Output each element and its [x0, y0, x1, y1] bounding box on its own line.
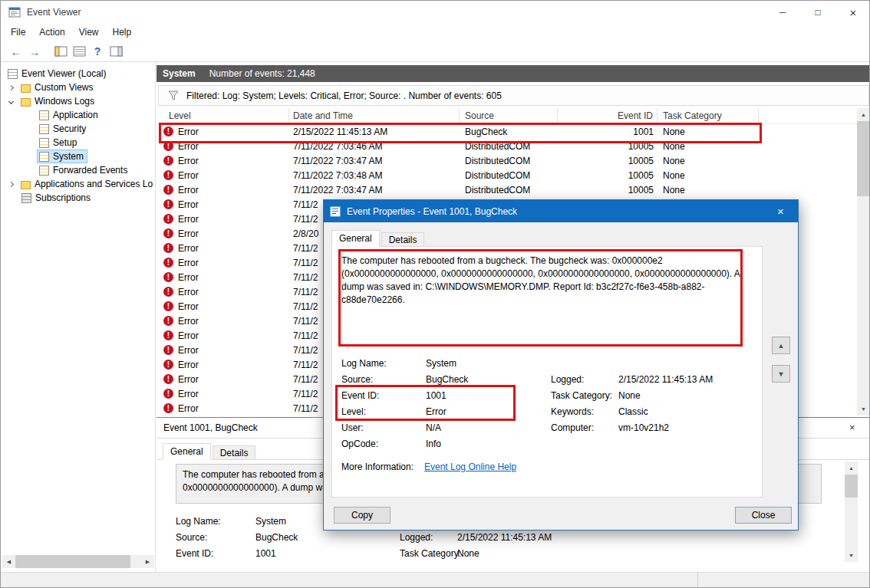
level-cell: !Error [158, 287, 289, 297]
level-cell: !Error [158, 214, 289, 225]
log-name-label: Log Name: [341, 358, 387, 369]
table-row[interactable]: !Error7/11/2022 7:03:47 AMDistributedCOM… [158, 153, 857, 168]
task-category-value: None [618, 390, 641, 401]
sidebar-item-applications-and-services-lo[interactable]: Applications and Services Lo [1, 177, 155, 191]
maximize-button[interactable]: □ [800, 1, 835, 24]
sidebar-item-label: Setup [53, 137, 77, 148]
copy-button[interactable]: Copy [334, 507, 391, 524]
dialog-tabs: General Details [331, 229, 426, 247]
scrollbar-thumb[interactable] [15, 555, 130, 568]
sidebar-item-system[interactable]: System [1, 149, 155, 163]
chevron-right-icon[interactable] [8, 84, 14, 90]
level-cell: !Error [158, 258, 289, 268]
close-button[interactable]: × [835, 1, 870, 24]
table-header: Level Date and Time Source Event ID Task… [158, 108, 857, 124]
scroll-down-icon[interactable]: ▼ [857, 402, 870, 416]
event-log-online-help-link[interactable]: Event Log Online Help [424, 462, 516, 472]
app-icon [8, 6, 21, 18]
menu-file[interactable]: File [4, 24, 32, 41]
column-source[interactable]: Source [460, 108, 558, 124]
table-row[interactable]: !Error7/11/2022 7:03:46 AMDistributedCOM… [158, 139, 857, 153]
scroll-down-icon[interactable]: ▼ [845, 549, 858, 562]
sidebar-item-security[interactable]: Security [1, 122, 155, 136]
source-cell: BugCheck [460, 126, 558, 137]
toolbar: ← → ? [1, 41, 870, 62]
log-name-title: System [163, 68, 196, 79]
forward-icon[interactable]: → [25, 42, 44, 61]
level-cell: !Error [158, 170, 289, 181]
column-date-and-time[interactable]: Date and Time [289, 108, 460, 124]
preview-event-id-value: 1001 [255, 548, 276, 559]
dialog-close-icon[interactable]: × [763, 200, 798, 222]
scroll-up-icon[interactable]: ▲ [845, 462, 858, 475]
results-header: System Number of events: 21,448 [157, 65, 870, 82]
menu-view[interactable]: View [72, 24, 106, 41]
column-level[interactable]: Level [158, 108, 289, 124]
column-task-category[interactable]: Task Category [657, 108, 759, 124]
dialog-icon [330, 206, 341, 217]
sidebar-item-event-viewer-local[interactable]: Event Viewer (Local) [1, 67, 155, 80]
scroll-right-icon[interactable]: ▶ [141, 555, 154, 568]
event-list-scrollbar[interactable]: ▲ ▼ [857, 108, 870, 416]
error-icon: ! [163, 141, 173, 151]
level-cell: !Error [158, 243, 289, 254]
sidebar-item-custom-views[interactable]: Custom Views [1, 80, 155, 94]
sidebar-item-subscriptions[interactable]: Subscriptions [1, 191, 155, 205]
preview-source-value: BugCheck [255, 532, 298, 543]
preview-tab-general[interactable]: General [163, 443, 211, 460]
error-icon: ! [163, 316, 173, 326]
log-icon [39, 152, 49, 162]
next-event-button[interactable]: ▼ [772, 365, 790, 383]
log-icon [39, 110, 49, 120]
column-event-id[interactable]: Event ID [558, 108, 657, 124]
sidebar-item-forwarded-events[interactable]: Forwarded Events [1, 163, 155, 177]
tree-hscrollbar[interactable]: ◀ ▶ [2, 555, 154, 568]
computer-label: Computer: [551, 422, 594, 433]
chevron-down-icon[interactable] [8, 98, 14, 103]
sidebar-item-setup[interactable]: Setup [1, 136, 155, 149]
error-icon: ! [163, 199, 173, 209]
sidebar-item-application[interactable]: Application [1, 108, 155, 122]
dialog-close-button[interactable]: Close [735, 507, 792, 524]
show-console-tree-icon[interactable] [51, 42, 70, 61]
scroll-left-icon[interactable]: ◀ [2, 555, 15, 568]
menu-help[interactable]: Help [106, 24, 139, 41]
scroll-up-icon[interactable]: ▲ [857, 108, 870, 121]
previous-event-button[interactable]: ▲ [772, 337, 790, 354]
preview-close-icon[interactable]: × [849, 422, 855, 433]
table-row[interactable]: !Error7/11/2022 7:03:47 AMDistributedCOM… [158, 182, 857, 197]
dialog-tab-details[interactable]: Details [381, 232, 425, 247]
preview-task-category-label: Task Category: [400, 548, 461, 559]
chevron-right-icon[interactable] [8, 181, 14, 186]
sidebar-item-windows-logs[interactable]: Windows Logs [1, 94, 155, 108]
level-cell: !Error [158, 185, 289, 195]
preview-tab-details[interactable]: Details [213, 445, 256, 460]
dialog-tab-general[interactable]: General [331, 230, 380, 247]
source-cell: DistributedCOM [460, 141, 558, 152]
action-pane-icon[interactable] [107, 42, 125, 61]
table-row[interactable]: !Error2/15/2022 11:45:13 AMBugCheck1001N… [158, 124, 857, 139]
error-icon: ! [163, 287, 173, 297]
scrollbar-thumb[interactable] [857, 121, 870, 196]
level-cell: !Error [158, 374, 289, 385]
menu-action[interactable]: Action [32, 24, 71, 41]
filter-bar: Filtered: Log: System; Levels: Critical,… [158, 85, 869, 106]
help-icon[interactable]: ? [88, 42, 107, 61]
logged-label: Logged: [551, 374, 584, 385]
error-icon: ! [163, 403, 173, 413]
scrollbar-thumb[interactable] [845, 475, 858, 498]
source-label: Source: [341, 374, 373, 385]
preview-scrollbar[interactable]: ▲ ▼ [845, 462, 858, 562]
table-row[interactable]: !Error7/11/2022 7:03:48 AMDistributedCOM… [158, 168, 857, 182]
dialog-titlebar: Event Properties - Event 1001, BugCheck … [324, 200, 798, 222]
source-cell: DistributedCOM [460, 170, 558, 181]
level-cell: !Error [158, 330, 289, 341]
back-icon[interactable]: ← [7, 42, 25, 61]
minimize-button[interactable]: ─ [765, 1, 800, 24]
keywords-label: Keywords: [551, 406, 594, 417]
level-cell: !Error [158, 141, 289, 152]
properties-icon[interactable] [70, 42, 88, 61]
log-name-value: System [426, 358, 456, 369]
task-category-cell: None [657, 185, 759, 195]
level-cell: !Error [158, 199, 289, 210]
